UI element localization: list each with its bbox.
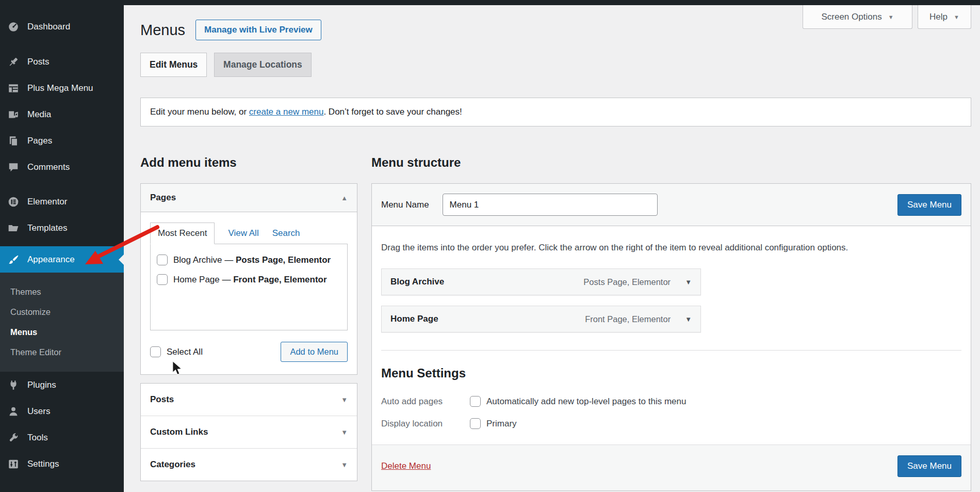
admin-content: Screen Options ▼ Help ▼ Menus Manage wit…	[124, 5, 980, 492]
pages-panel-body: Most Recent View All Search Blog Archive…	[141, 212, 357, 374]
sidebar-item-media[interactable]: Media	[0, 101, 124, 128]
elementor-icon	[8, 196, 19, 208]
sidebar-item-appearance[interactable]: Appearance	[0, 246, 124, 273]
menu-item-home-page[interactable]: Home Page Front Page, Elementor ▼	[381, 306, 701, 332]
sidebar-item-label: Pages	[27, 136, 52, 146]
page-title: Menus	[140, 22, 185, 39]
sidebar-item-settings[interactable]: Settings	[0, 451, 124, 477]
sidebar-item-label: Dashboard	[27, 22, 70, 32]
categories-panel-title: Categories	[150, 459, 195, 470]
divider	[381, 350, 961, 351]
page-checklist-item[interactable]: Home Page — Front Page, Elementor	[157, 272, 341, 288]
sidebar-item-label: Elementor	[27, 197, 67, 207]
tab-edit-menus[interactable]: Edit Menus	[140, 53, 207, 77]
create-new-menu-link[interactable]: create a new menu	[249, 107, 324, 117]
menu-item-title: Blog Archive	[390, 277, 444, 287]
menu-item-title: Home Page	[390, 314, 438, 324]
select-all-checkbox[interactable]	[150, 346, 161, 357]
comment-icon	[8, 162, 19, 173]
notice-text-before: Edit your menu below, or	[150, 107, 249, 117]
menu-item-meta: Posts Page, Elementor	[583, 277, 671, 287]
save-menu-button-top[interactable]: Save Menu	[897, 194, 961, 216]
pages-subtabs: Most Recent View All Search	[150, 223, 348, 244]
select-all-label: Select All	[167, 347, 203, 357]
chevron-down-icon: ▼	[341, 428, 348, 436]
edit-menu-notice: Edit your menu below, or create a new me…	[140, 98, 971, 126]
collapsed-panels: Posts ▼ Custom Links ▼ Categories ▼	[140, 383, 357, 481]
auto-add-pages-checkbox[interactable]	[470, 396, 481, 407]
sidebar-item-label: Appearance	[27, 255, 75, 265]
sidebar-item-templates[interactable]: Templates	[0, 215, 124, 241]
admin-sidebar: Dashboard Posts Plus Mega Menu Media Pag…	[0, 0, 124, 492]
page-item-meta: Posts Page, Elementor	[236, 255, 331, 265]
chevron-down-icon: ▼	[341, 461, 348, 469]
page-item-text: Blog Archive —	[173, 255, 236, 265]
subtab-search[interactable]: Search	[272, 228, 300, 239]
pages-panel-title: Pages	[150, 193, 176, 203]
categories-panel-header[interactable]: Categories ▼	[141, 448, 357, 481]
auto-add-pages-option[interactable]: Automatically add new top-level pages to…	[470, 396, 686, 407]
sidebar-item-dashboard[interactable]: Dashboard	[0, 13, 124, 40]
tab-manage-locations[interactable]: Manage Locations	[214, 53, 312, 77]
sidebar-item-plus-mega-menu[interactable]: Plus Mega Menu	[0, 75, 124, 101]
display-location-option[interactable]: Primary	[470, 418, 517, 429]
expand-item-icon[interactable]: ▼	[685, 278, 692, 286]
submenu-item-theme-editor[interactable]: Theme Editor	[0, 342, 124, 362]
select-all-control[interactable]: Select All	[150, 346, 203, 357]
plugin-icon	[8, 379, 19, 391]
help-button[interactable]: Help ▼	[918, 5, 971, 29]
screen-options-button[interactable]: Screen Options ▼	[803, 5, 912, 29]
sidebar-item-tools[interactable]: Tools	[0, 424, 124, 451]
auto-add-pages-label: Auto add pages	[381, 396, 470, 407]
submenu-item-customize[interactable]: Customize	[0, 302, 124, 322]
chevron-down-icon: ▼	[341, 396, 348, 404]
sidebar-item-pages[interactable]: Pages	[0, 128, 124, 154]
nav-tabs: Edit Menus Manage Locations	[140, 53, 971, 77]
menu-structure-footer: Delete Menu Save Menu	[372, 445, 971, 490]
mega-menu-icon	[8, 83, 19, 94]
submenu-item-themes[interactable]: Themes	[0, 282, 124, 302]
sidebar-item-plugins[interactable]: Plugins	[0, 372, 124, 398]
menu-name-input[interactable]	[443, 194, 658, 216]
admin-top-bar	[0, 0, 980, 5]
page-item-checkbox[interactable]	[157, 255, 168, 265]
sidebar-item-users[interactable]: Users	[0, 398, 124, 424]
sidebar-item-label: Plugins	[27, 380, 56, 390]
subtab-view-all[interactable]: View All	[228, 228, 258, 239]
menu-structure-column: Menu structure Menu Name Save Menu Drag …	[371, 155, 971, 491]
delete-menu-link[interactable]: Delete Menu	[381, 461, 431, 471]
page-item-checkbox[interactable]	[157, 274, 168, 285]
save-menu-button-bottom[interactable]: Save Menu	[897, 455, 961, 477]
add-to-menu-button[interactable]: Add to Menu	[281, 342, 348, 362]
subtab-most-recent[interactable]: Most Recent	[150, 223, 215, 244]
user-icon	[8, 406, 19, 417]
posts-panel-header[interactable]: Posts ▼	[141, 384, 357, 416]
display-location-label: Display location	[381, 419, 470, 429]
manage-live-preview-button[interactable]: Manage with Live Preview	[195, 20, 321, 40]
sidebar-item-elementor[interactable]: Elementor	[0, 188, 124, 215]
add-menu-items-heading: Add menu items	[140, 155, 357, 170]
pages-checklist: Blog Archive — Posts Page, Elementor Hom…	[150, 244, 348, 330]
auto-add-pages-row: Auto add pages Automatically add new top…	[381, 396, 961, 407]
wrench-icon	[8, 432, 19, 443]
pages-panel-footer: Select All Add to Menu	[150, 330, 348, 374]
chevron-down-icon: ▼	[954, 14, 959, 20]
display-location-option-label: Primary	[486, 419, 517, 428]
sidebar-item-label: Settings	[27, 459, 59, 469]
submenu-item-menus[interactable]: Menus	[0, 322, 124, 342]
expand-item-icon[interactable]: ▼	[685, 315, 692, 323]
page-checklist-item[interactable]: Blog Archive — Posts Page, Elementor	[157, 252, 341, 268]
pages-panel-header[interactable]: Pages ▲	[141, 184, 357, 212]
menu-name-label: Menu Name	[381, 200, 429, 210]
paintbrush-icon	[8, 254, 19, 265]
custom-links-panel-title: Custom Links	[150, 427, 208, 437]
menu-name-row: Menu Name Save Menu	[372, 184, 971, 226]
sidebar-item-posts[interactable]: Posts	[0, 49, 124, 75]
appearance-submenu: Themes Customize Menus Theme Editor	[0, 273, 124, 372]
pages-panel: Pages ▲ Most Recent View All Search Blog…	[140, 183, 357, 375]
sidebar-item-comments[interactable]: Comments	[0, 154, 124, 180]
custom-links-panel-header[interactable]: Custom Links ▼	[141, 416, 357, 448]
posts-panel-title: Posts	[150, 394, 174, 405]
menu-item-blog-archive[interactable]: Blog Archive Posts Page, Elementor ▼	[381, 268, 701, 295]
display-location-checkbox[interactable]	[470, 418, 481, 429]
